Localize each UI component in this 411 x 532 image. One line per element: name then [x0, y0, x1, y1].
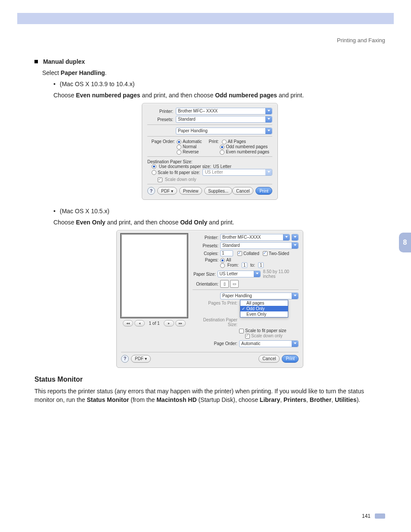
- chevron-down-icon: [265, 116, 272, 122]
- radio-pages-from[interactable]: [220, 263, 225, 268]
- copies-label: Copies:: [193, 251, 218, 256]
- pager-prev-button[interactable]: ◂: [134, 320, 145, 327]
- pages-to-print-select[interactable]: All pages Odd Only Even Only: [240, 300, 288, 317]
- presets-label: Presets:: [147, 117, 173, 122]
- print-button[interactable]: Print: [255, 187, 272, 195]
- help-button[interactable]: ?: [147, 187, 155, 195]
- status-monitor-body: This reports the printer status (any err…: [34, 387, 385, 404]
- pages-to-input[interactable]: 1: [258, 262, 264, 268]
- copies-input[interactable]: 1: [220, 250, 233, 256]
- chapter-tab: 8: [399, 233, 411, 252]
- help-button[interactable]: ?: [121, 355, 129, 363]
- instruction-1: Choose Even numbered pages and print, an…: [53, 92, 385, 99]
- presets-select[interactable]: Standard: [176, 116, 272, 123]
- radio-pages-all[interactable]: [220, 258, 225, 263]
- panel-select[interactable]: Paper Handling: [220, 292, 299, 299]
- radio-all-pages[interactable]: [222, 140, 227, 144]
- chevron-down-icon: [292, 293, 298, 299]
- select-paper-handling-line: Select Paper Handling.: [42, 69, 385, 76]
- bullet-dot-icon: •: [53, 81, 56, 87]
- bullet-dot-icon: •: [53, 208, 56, 215]
- pager-first-button[interactable]: ◂◂: [123, 320, 133, 327]
- page-order-label: Page Order:: [193, 341, 237, 346]
- cancel-button[interactable]: Cancel: [232, 187, 253, 195]
- radio-even-pages[interactable]: [220, 150, 224, 155]
- top-banner: [17, 13, 394, 24]
- pages-from-input[interactable]: 1: [242, 262, 248, 268]
- page-order-label: Page Order:: [147, 139, 175, 144]
- check-scale-down: [245, 334, 250, 339]
- check-scale-down: [158, 177, 162, 182]
- check-collated[interactable]: [237, 251, 242, 256]
- chevron-down-icon: [265, 169, 272, 175]
- preview-button[interactable]: Preview: [179, 187, 202, 195]
- chapter-number: 8: [403, 239, 407, 246]
- print-dialog-leopard: ◂◂ ◂ 1 of 1 ▸ ▸▸ Printer: Brother MFC–XX…: [116, 230, 303, 368]
- pager-last-button[interactable]: ▸▸: [175, 320, 186, 327]
- header-breadcrumb: Printing and Faxing: [337, 37, 385, 44]
- pdf-button[interactable]: PDF ▾: [131, 355, 151, 363]
- page-number: 141: [362, 513, 371, 519]
- printer-label: Printer:: [147, 109, 173, 114]
- manual-duplex-heading: Manual duplex: [43, 58, 85, 65]
- radio-odd-pages[interactable]: [220, 145, 224, 149]
- cancel-button[interactable]: Cancel: [258, 355, 280, 363]
- presets-label: Presets:: [193, 243, 218, 248]
- chevron-down-icon: [292, 243, 298, 249]
- supplies-button[interactable]: Supplies...: [204, 187, 232, 195]
- orientation-landscape[interactable]: ▭: [230, 280, 239, 288]
- presets-select[interactable]: Standard: [220, 242, 299, 249]
- status-monitor-heading: Status Monitor: [34, 376, 385, 383]
- panel-select[interactable]: Paper Handling: [176, 128, 272, 134]
- printer-select[interactable]: Brother MFC–XXXX: [220, 234, 290, 241]
- print-label: Print:: [209, 139, 218, 144]
- footer-accent: [375, 513, 385, 519]
- dest-paper-size-label: Destination Paper Size:: [147, 159, 272, 164]
- printer-info-button[interactable]: [292, 234, 299, 241]
- pages-to-print-label: Pages To Print:: [193, 301, 237, 305]
- os-version-1: (Mac OS X 10.3.9 to 10.4.x): [60, 81, 135, 87]
- chevron-down-icon: [283, 234, 290, 240]
- opt-even-only[interactable]: Even Only: [240, 311, 288, 317]
- instruction-2: Choose Even Only and print, and then cho…: [53, 219, 385, 226]
- pages-label: Pages:: [193, 258, 218, 262]
- opt-odd-only[interactable]: Odd Only: [240, 306, 288, 311]
- radio-use-doc-size[interactable]: [152, 164, 156, 169]
- printer-label: Printer:: [193, 235, 218, 240]
- chevron-down-icon: [292, 341, 298, 347]
- radio-normal[interactable]: [177, 145, 181, 149]
- chevron-down-icon: [265, 128, 272, 134]
- square-bullet-icon: [34, 60, 38, 63]
- orientation-label: Orientation:: [193, 282, 218, 286]
- pager-next-button[interactable]: ▸: [164, 320, 174, 327]
- paper-size-label: Paper Size:: [193, 272, 216, 277]
- check-two-sided[interactable]: [263, 251, 268, 256]
- printer-select[interactable]: Brother MFC– XXXX: [176, 108, 272, 115]
- chevron-down-icon: [254, 271, 260, 277]
- print-button[interactable]: Print: [282, 355, 299, 363]
- check-scale-fit[interactable]: [239, 329, 244, 333]
- paper-size-select[interactable]: US Letter: [218, 271, 261, 277]
- paper-dimensions: 8.50 by 11.00 inches: [263, 269, 299, 279]
- print-preview: [121, 234, 187, 317]
- dest-paper-size-label: Destination Paper Size:: [193, 317, 237, 327]
- os-version-2: (Mac OS X 10.5.x): [60, 208, 109, 215]
- radio-automatic[interactable]: [177, 140, 181, 144]
- scale-paper-select[interactable]: US Letter: [202, 169, 272, 176]
- radio-reverse[interactable]: [177, 150, 181, 155]
- orientation-portrait[interactable]: ▯: [220, 280, 229, 288]
- pager-status: 1 of 1: [149, 321, 159, 326]
- page-order-select[interactable]: Automatic: [239, 340, 299, 347]
- pdf-button[interactable]: PDF ▾: [157, 187, 177, 195]
- opt-all-pages[interactable]: All pages: [240, 300, 288, 306]
- print-dialog-tiger: Printer: Brother MFC– XXXX Presets: Stan…: [142, 103, 278, 200]
- radio-scale-to-fit[interactable]: [152, 170, 156, 175]
- chevron-down-icon: [265, 108, 272, 114]
